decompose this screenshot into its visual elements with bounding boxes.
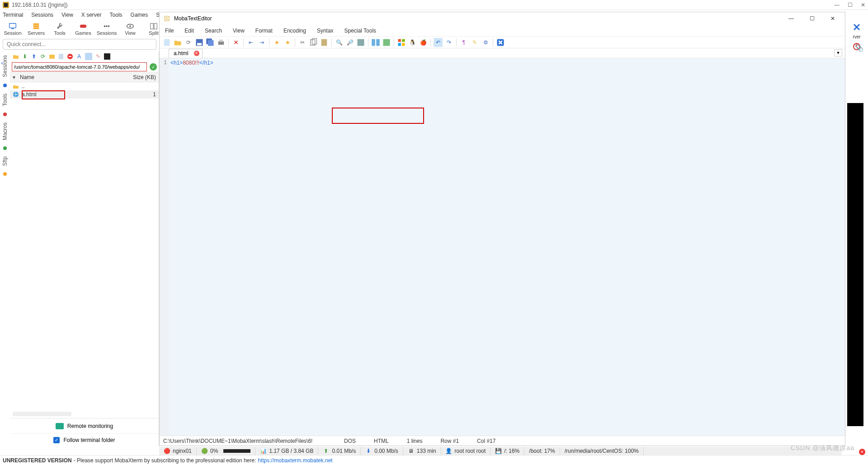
vtab-sftp[interactable]: Sftp — [2, 156, 8, 166]
reload-icon[interactable]: ⟳ — [184, 38, 193, 47]
settings-icon[interactable]: ⚙ — [481, 38, 490, 47]
checkbox-checked-icon[interactable]: ✓ — [53, 437, 60, 443]
indent-icon[interactable]: ⇥ — [257, 38, 266, 47]
folder-open-icon[interactable] — [13, 53, 19, 60]
status-down[interactable]: ⬇0.00 Mb/s — [361, 447, 403, 455]
menu-games[interactable]: Games — [131, 12, 148, 18]
status-uptime[interactable]: 🖥133 min — [403, 447, 441, 455]
highlight-icon[interactable]: ✎ — [470, 38, 479, 47]
emenu-special[interactable]: Special Tools — [344, 28, 377, 34]
editor-close-icon[interactable]: ✕ — [824, 14, 841, 23]
bookmark-icon[interactable]: ★ — [272, 38, 281, 47]
new-file-icon[interactable] — [162, 38, 171, 47]
tool-sessions[interactable]: Sessions — [95, 20, 118, 38]
status-disk[interactable]: 💾/: 16% — [491, 447, 524, 455]
code-area[interactable]: <h1>8080!!!</h1> — [169, 58, 845, 436]
quick-connect-input[interactable] — [3, 39, 156, 50]
close-file-icon[interactable]: ✕ — [231, 38, 241, 47]
file-row-parent[interactable]: .. — [10, 82, 159, 90]
diff-icon[interactable] — [382, 38, 391, 47]
emenu-encoding[interactable]: Encoding — [283, 28, 306, 34]
editor-body[interactable]: 1 <h1>8080!!!</h1> — [160, 58, 845, 436]
menu-sessions[interactable]: Sessions — [31, 12, 53, 18]
tool-view[interactable]: View — [118, 20, 142, 38]
apple-icon[interactable]: 🍎 — [419, 38, 428, 47]
editor-titlebar[interactable]: MobaTextEditor — ☐ ✕ — [160, 12, 845, 25]
delete-icon[interactable] — [67, 53, 73, 60]
undo-icon[interactable]: ↶ — [434, 38, 443, 47]
close-icon[interactable]: ✕ — [861, 2, 865, 8]
new-file-icon[interactable] — [58, 53, 64, 60]
vtab-macros[interactable]: Macros — [2, 122, 8, 140]
horizontal-scrollbar[interactable] — [13, 412, 71, 416]
follow-terminal-row[interactable]: ✓ Follow terminal folder — [10, 433, 159, 446]
menu-tools[interactable]: Tools — [110, 12, 123, 18]
status-user[interactable]: 👤root root root — [441, 447, 491, 455]
status-disk3[interactable]: /run/media/root/CentOS: 100% — [560, 447, 644, 455]
editor-tab[interactable]: a.html ✕ — [169, 49, 203, 58]
save-all-icon[interactable] — [206, 38, 215, 47]
remote-monitoring-button[interactable]: Remote monitoring — [10, 418, 159, 433]
windows-icon[interactable] — [397, 38, 406, 47]
vtab-sessions[interactable]: Sessions — [2, 55, 8, 77]
tab-dropdown-icon[interactable]: ▼ — [834, 49, 842, 56]
print-icon[interactable] — [217, 38, 226, 47]
rename-icon[interactable]: A — [76, 53, 82, 60]
open-file-icon[interactable] — [173, 38, 182, 47]
download-icon[interactable]: ⬇ — [22, 53, 28, 60]
footer-link[interactable]: https://mobaxterm.mobatek.net — [258, 457, 332, 464]
pilcrow-icon[interactable]: ¶ — [459, 38, 468, 47]
save-icon[interactable] — [195, 38, 204, 47]
zoom-out-icon[interactable]: 🔎 — [345, 38, 354, 47]
linux-icon[interactable]: 🐧 — [408, 38, 417, 47]
copy-icon[interactable] — [309, 38, 318, 47]
emenu-format[interactable]: Format — [255, 28, 273, 34]
zoom-in-icon[interactable]: 🔍 — [335, 38, 344, 47]
emenu-search[interactable]: Search — [205, 28, 222, 34]
paste-icon[interactable] — [320, 38, 329, 47]
minimize-icon[interactable]: — — [834, 2, 840, 8]
editor-maximize-icon[interactable]: ☐ — [803, 14, 821, 23]
chevron-down-icon[interactable]: ▾ — [13, 74, 18, 80]
statusbar-close-icon[interactable]: ✕ — [859, 449, 865, 455]
xserver-icon[interactable] — [852, 23, 861, 32]
file-row[interactable]: a.html 1 — [10, 90, 159, 99]
upload-icon[interactable]: ⬆ — [31, 53, 37, 60]
menu-view[interactable]: View — [61, 12, 73, 18]
editor-minimize-icon[interactable]: — — [783, 14, 800, 23]
edit-icon[interactable]: ✎ — [95, 53, 101, 60]
status-mem[interactable]: 📊1.17 GB / 3.84 GB — [255, 447, 318, 455]
sftp-path-input[interactable] — [12, 62, 147, 71]
redo-icon[interactable]: ↷ — [444, 38, 453, 47]
fullscreen-icon[interactable] — [356, 38, 365, 47]
terminal-icon[interactable] — [104, 53, 110, 60]
paperclip-icon[interactable]: 📎 — [854, 43, 863, 52]
bookmark-next-icon[interactable]: ★ — [283, 38, 292, 47]
emenu-syntax[interactable]: Syntax — [317, 28, 334, 34]
compare-icon[interactable] — [371, 38, 380, 47]
tab-close-icon[interactable]: ✕ — [194, 51, 199, 56]
col-name[interactable]: Name — [20, 74, 124, 80]
tool-session[interactable]: Session — [1, 20, 24, 38]
status-disk2[interactable]: /boot: 17% — [524, 447, 560, 455]
refresh-icon[interactable]: ⟳ — [40, 53, 46, 60]
tool-tools[interactable]: Tools — [48, 20, 71, 38]
emenu-edit[interactable]: Edit — [184, 28, 194, 34]
properties-icon[interactable] — [85, 53, 92, 60]
tool-servers[interactable]: Servers — [24, 20, 48, 38]
menu-xserver[interactable]: X server — [81, 12, 102, 18]
status-up[interactable]: ⬆0.01 Mb/s — [318, 447, 361, 455]
col-size[interactable]: Size (KB) — [124, 74, 156, 80]
emenu-view[interactable]: View — [233, 28, 245, 34]
new-folder-icon[interactable] — [49, 53, 55, 60]
maximize-icon[interactable]: ☐ — [848, 2, 853, 8]
cut-icon[interactable]: ✂ — [298, 38, 307, 47]
emenu-file[interactable]: File — [165, 28, 174, 34]
vtab-tools[interactable]: Tools — [2, 94, 8, 106]
stop-icon[interactable] — [496, 38, 505, 47]
outdent-icon[interactable]: ⇤ — [246, 38, 255, 47]
menu-terminal[interactable]: Terminal — [3, 12, 23, 18]
status-session[interactable]: 🔴nginx01 — [159, 447, 197, 455]
status-cpu[interactable]: 🟢0% — [197, 447, 255, 455]
tool-games[interactable]: Games — [71, 20, 95, 38]
